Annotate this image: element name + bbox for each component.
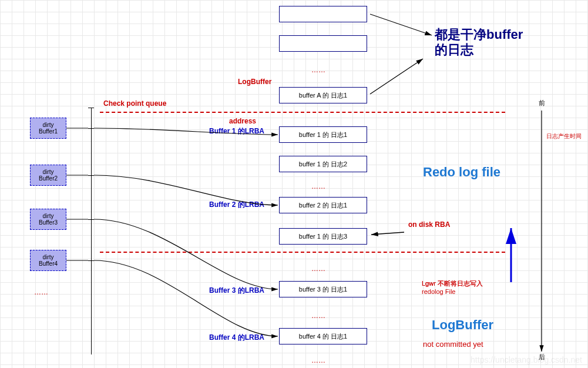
svg-line-0 xyxy=(370,14,432,35)
svg-line-1 xyxy=(370,59,423,94)
svg-line-2 xyxy=(371,232,404,235)
watermark: https://uncletang.blog.csdn.net xyxy=(471,355,582,364)
arrow-top-right-1 xyxy=(0,0,588,368)
